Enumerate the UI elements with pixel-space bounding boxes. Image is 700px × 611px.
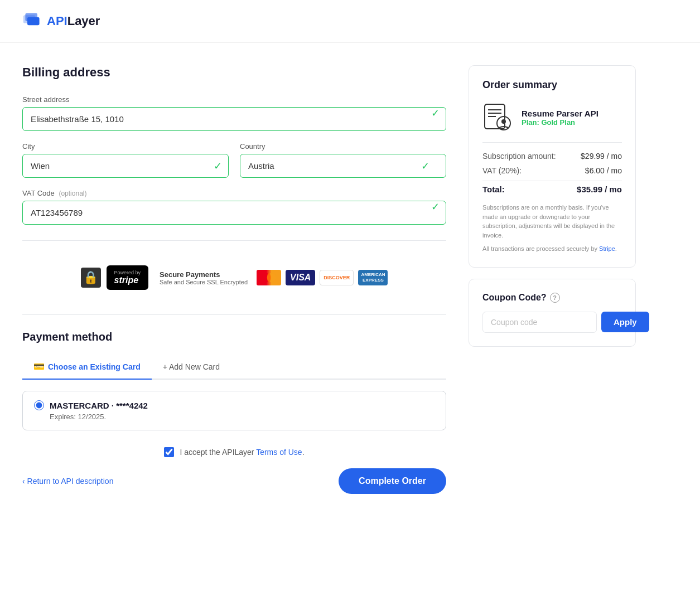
svg-point-11 (501, 119, 506, 124)
street-address-field: Street address ✓ (22, 95, 446, 131)
street-check-icon: ✓ (431, 107, 440, 119)
subscription-line: Subscription amount: $29.99 / mo (482, 152, 622, 161)
back-link[interactable]: ‹ Return to API description (22, 477, 113, 486)
summary-note-2: All transactions are processed securely … (482, 244, 622, 254)
coupon-help-icon[interactable]: ? (550, 293, 560, 303)
total-line: Total: $35.99 / mo (482, 181, 622, 194)
right-panel: Order summary Resume Parser API Pl (469, 65, 636, 347)
street-label: Street address (22, 95, 446, 104)
header: APILayer (0, 0, 700, 43)
vat-label: VAT Code (optional) (22, 189, 446, 197)
vat-summary-value: $6.00 / mo (585, 166, 622, 175)
ssl-top: 🔒 Powered by stripe Secure Payments Safe… (81, 265, 248, 290)
terms-text: I accept the APILayer Terms of Use. (180, 448, 304, 457)
apply-button[interactable]: Apply (601, 312, 649, 332)
left-panel: Billing address Street address ✓ City ✓ … (22, 65, 446, 494)
card-name: MASTERCARD · ****4242 (50, 401, 148, 410)
mastercard-logo (257, 270, 281, 285)
vat-summary-label: VAT (20%): (482, 166, 522, 175)
divider-2 (22, 314, 446, 315)
stripe-badge: Powered by stripe (107, 265, 149, 290)
country-select-wrapper: Austria Germany Switzerland United State… (240, 154, 446, 178)
logo-text: APILayer (47, 14, 100, 28)
svg-rect-2 (27, 17, 40, 25)
card-icon: 💳 (33, 361, 45, 372)
terms-checkbox[interactable] (164, 447, 174, 457)
city-field-group: City ✓ (22, 142, 229, 178)
product-name: Resume Parser API (522, 109, 598, 118)
tab-existing-card[interactable]: 💳 Choose an Existing Card (22, 355, 152, 380)
secure-payments-text: Secure Payments Safe and Secure SSL Encr… (160, 270, 248, 285)
total-value: $35.99 / mo (577, 185, 622, 194)
lock-icon: 🔒 (81, 268, 101, 288)
country-check-icon: ✓ (421, 160, 429, 172)
vat-check-icon: ✓ (431, 201, 440, 213)
vat-line: VAT (20%): $6.00 / mo (482, 166, 622, 175)
product-info: Resume Parser API Plan: Gold Plan (522, 109, 598, 127)
payment-tabs: 💳 Choose an Existing Card + Add New Card (22, 355, 446, 380)
city-input[interactable] (22, 154, 229, 178)
coupon-title: Coupon Code? ? (482, 293, 622, 303)
country-field-group: Country Austria Germany Switzerland Unit… (240, 142, 446, 178)
visa-logo: VISA (286, 270, 315, 285)
card-expiry: Expires: 12/2025. (50, 413, 435, 421)
card-header: MASTERCARD · ****4242 (34, 400, 435, 410)
order-summary-card: Order summary Resume Parser API Pl (469, 65, 636, 268)
street-input[interactable] (22, 107, 446, 131)
svg-point-5 (267, 273, 271, 282)
card-logos: VISA DISCOVER AMERICANEXPRESS (257, 270, 388, 285)
billing-title: Billing address (22, 65, 446, 80)
amex-logo: AMERICANEXPRESS (358, 270, 388, 285)
footer-actions: ‹ Return to API description Complete Ord… (22, 468, 446, 494)
divider-1 (22, 240, 446, 241)
terms-link[interactable]: Terms of Use (256, 448, 302, 457)
payment-title: Payment method (22, 331, 446, 343)
logo-area: APILayer (22, 11, 678, 31)
coupon-card: Coupon Code? ? Apply (469, 279, 636, 347)
stripe-link[interactable]: Stripe (599, 245, 615, 252)
country-label: Country (240, 142, 446, 151)
city-check-icon: ✓ (214, 160, 222, 172)
saved-card-item: MASTERCARD · ****4242 Expires: 12/2025. (22, 391, 446, 430)
tab-add-new-card[interactable]: + Add New Card (152, 355, 231, 380)
card-radio[interactable] (34, 400, 44, 410)
total-label: Total: (482, 185, 505, 194)
product-icon (482, 102, 514, 133)
vat-input[interactable] (22, 201, 446, 225)
card-separator: · (112, 401, 116, 410)
subscription-value: $29.99 / mo (581, 152, 622, 161)
product-row: Resume Parser API Plan: Gold Plan (482, 102, 622, 143)
city-label: City (22, 142, 229, 151)
subscription-label: Subscription amount: (482, 152, 556, 161)
product-plan: Plan: Gold Plan (522, 118, 598, 127)
order-summary-title: Order summary (482, 79, 622, 91)
terms-section: I accept the APILayer Terms of Use. (22, 447, 446, 457)
vat-field: VAT Code (optional) ✓ (22, 189, 446, 225)
summary-note-1: Subscriptions are on a monthly basis. If… (482, 203, 622, 240)
security-badges: 🔒 Powered by stripe Secure Payments Safe… (22, 256, 446, 299)
coupon-row: Apply (482, 312, 622, 333)
city-country-row: City ✓ Country Austria Germany Switzerla… (22, 142, 446, 178)
stripe-powered-text: Powered by stripe (114, 270, 141, 285)
country-select[interactable]: Austria Germany Switzerland United State… (240, 154, 446, 178)
coupon-input[interactable] (482, 312, 597, 333)
complete-order-button[interactable]: Complete Order (339, 468, 446, 494)
logo-icon (22, 11, 42, 31)
city-input-wrapper: ✓ (22, 154, 229, 178)
discover-logo: DISCOVER (320, 270, 354, 285)
